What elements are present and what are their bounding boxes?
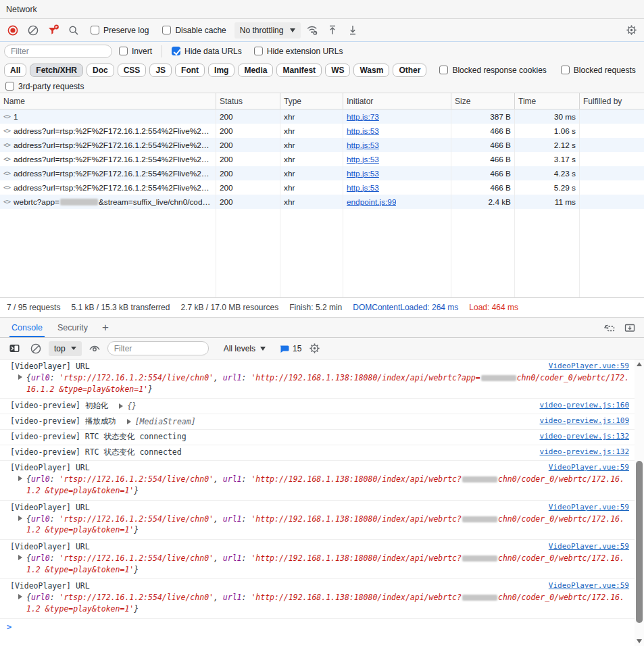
request-name-cell[interactable]: <>address?url=rtsp:%2F%2F172.16.1.2:554%… xyxy=(0,124,216,138)
column-header-time[interactable]: Time xyxy=(515,93,580,109)
export-har-button[interactable] xyxy=(344,22,362,39)
network-settings-button[interactable] xyxy=(622,22,640,39)
table-row[interactable]: <>address?url=rtsp:%2F%2F172.16.1.2:554%… xyxy=(0,138,644,152)
third-party-requests-checkbox[interactable]: 3rd-party requests xyxy=(5,82,84,91)
object-preview[interactable]: {url0: 'rtsp://172.16.1.2:554/live/chn0'… xyxy=(26,514,629,536)
initiator-link[interactable]: http.js:53 xyxy=(347,126,379,136)
console-settings-button[interactable] xyxy=(305,340,323,357)
request-name-cell[interactable]: <>1 xyxy=(0,109,216,124)
type-filter-other[interactable]: Other xyxy=(393,64,426,77)
source-link[interactable]: video-preview.js:109 xyxy=(532,416,629,425)
expand-triangle-icon[interactable] xyxy=(119,403,123,409)
column-header-status[interactable]: Status xyxy=(216,93,280,109)
search-button[interactable] xyxy=(65,22,82,39)
source-link[interactable]: VideoPlayer.vue:59 xyxy=(541,463,629,472)
request-name-cell[interactable]: <>address?url=rtsp:%2F%2F172.16.1.2:554%… xyxy=(0,138,216,152)
object-preview[interactable]: {} xyxy=(127,401,137,411)
request-name-cell[interactable]: <>address?url=rtsp:%2F%2F172.16.1.2:554%… xyxy=(0,166,216,180)
table-row[interactable]: <>webrtc?app=&stream=suffix_live/chn0/co… xyxy=(0,195,644,209)
panel-title[interactable]: Network xyxy=(6,5,37,14)
column-header-initiator[interactable]: Initiator xyxy=(343,93,451,109)
console-context-selector[interactable]: top xyxy=(49,341,82,356)
console-filter-input[interactable] xyxy=(107,341,209,355)
preserve-log-checkbox[interactable]: Preserve log xyxy=(91,26,149,35)
initiator-link[interactable]: endpoint.js:99 xyxy=(347,197,396,207)
table-row[interactable]: <>1200xhrhttp.js:73387 B30 ms xyxy=(0,109,644,124)
scrollbar-thumb[interactable] xyxy=(636,461,643,623)
expand-triangle-icon[interactable] xyxy=(18,374,22,380)
expand-triangle-icon[interactable] xyxy=(18,594,22,599)
import-har-button[interactable] xyxy=(324,22,341,39)
add-drawer-tab-button[interactable]: + xyxy=(97,321,114,334)
tab-security[interactable]: Security xyxy=(51,318,94,337)
record-button[interactable] xyxy=(4,22,22,39)
expand-triangle-icon[interactable] xyxy=(18,555,22,560)
type-filter-all[interactable]: All xyxy=(4,64,26,77)
type-filter-ws[interactable]: WS xyxy=(325,64,350,77)
blocked-requests-checkbox[interactable]: Blocked requests xyxy=(561,66,636,75)
table-row[interactable]: <>address?url=rtsp:%2F%2F172.16.1.2:554%… xyxy=(0,152,644,166)
network-filter-toggle-button[interactable] xyxy=(45,22,62,39)
source-link[interactable]: VideoPlayer.vue:59 xyxy=(541,542,629,551)
network-filter-input[interactable] xyxy=(4,45,112,58)
object-preview[interactable]: {url0: 'rtsp://172.16.1.2:554/live/chn0'… xyxy=(26,553,629,575)
column-header-fulfilled-by[interactable]: Fulfilled by xyxy=(580,93,644,109)
type-filter-media[interactable]: Media xyxy=(238,64,273,77)
type-filter-img[interactable]: Img xyxy=(208,64,234,77)
scrollbar-up-arrow[interactable] xyxy=(637,362,642,366)
type-filter-doc[interactable]: Doc xyxy=(86,64,114,77)
request-name-cell[interactable]: <>address?url=rtsp:%2F%2F172.16.1.2:554%… xyxy=(0,152,216,166)
source-link[interactable]: video-preview.js:160 xyxy=(532,401,629,409)
source-link[interactable]: video-preview.js:132 xyxy=(532,432,629,441)
source-link[interactable]: VideoPlayer.vue:59 xyxy=(541,581,629,590)
expand-triangle-icon[interactable] xyxy=(18,516,22,521)
expand-drawer-button[interactable] xyxy=(621,319,639,337)
column-header-name[interactable]: Name xyxy=(0,93,216,109)
log-levels-dropdown[interactable]: All levels xyxy=(224,344,266,353)
source-link[interactable]: video-preview.js:132 xyxy=(532,447,629,456)
type-filter-js[interactable]: JS xyxy=(149,64,172,77)
network-conditions-button[interactable] xyxy=(303,22,321,39)
initiator-link[interactable]: http.js:73 xyxy=(347,112,379,122)
scrollbar-down-arrow[interactable] xyxy=(637,639,642,643)
table-row[interactable]: <>address?url=rtsp:%2F%2F172.16.1.2:554%… xyxy=(0,124,644,138)
type-filter-wasm[interactable]: Wasm xyxy=(353,64,389,77)
disable-cache-checkbox[interactable]: Disable cache xyxy=(162,26,226,35)
object-preview[interactable]: [MediaStream] xyxy=(135,417,196,426)
clear-network-log-button[interactable] xyxy=(24,22,42,39)
hide-data-urls-checkbox[interactable]: Hide data URLs xyxy=(172,47,242,56)
console-prompt[interactable]: > xyxy=(0,619,635,635)
initiator-link[interactable]: http.js:53 xyxy=(347,155,379,164)
object-preview[interactable]: {url0: 'rtsp://172.16.1.2:554/live/chn0'… xyxy=(26,474,629,496)
throttling-dropdown[interactable]: No throttling xyxy=(234,22,301,39)
undock-drawer-button[interactable] xyxy=(601,319,618,337)
console-sidebar-button[interactable] xyxy=(5,340,23,357)
table-row[interactable]: <>address?url=rtsp:%2F%2F172.16.1.2:554%… xyxy=(0,180,644,195)
request-name-cell[interactable]: <>address?url=rtsp:%2F%2F172.16.1.2:554%… xyxy=(0,180,216,195)
table-row[interactable]: <>address?url=rtsp:%2F%2F172.16.1.2:554%… xyxy=(0,166,644,180)
hide-extension-urls-checkbox[interactable]: Hide extension URLs xyxy=(254,47,343,56)
source-link[interactable]: VideoPlayer.vue:59 xyxy=(541,503,629,512)
expand-triangle-icon[interactable] xyxy=(127,419,131,424)
object-preview[interactable]: {url0: 'rtsp://172.16.1.2:554/live/chn0'… xyxy=(26,592,629,614)
type-filter-fetch-xhr[interactable]: Fetch/XHR xyxy=(30,64,83,77)
initiator-link[interactable]: http.js:53 xyxy=(347,183,379,193)
initiator-link[interactable]: http.js:53 xyxy=(347,141,379,150)
column-header-type[interactable]: Type xyxy=(280,93,343,109)
column-header-size[interactable]: Size xyxy=(451,93,515,109)
tab-console[interactable]: Console xyxy=(5,318,49,337)
type-filter-manifest[interactable]: Manifest xyxy=(276,64,322,77)
blocked-response-cookies-checkbox[interactable]: Blocked response cookies xyxy=(439,66,546,75)
source-link[interactable]: VideoPlayer.vue:59 xyxy=(541,362,629,370)
initiator-link[interactable]: http.js:53 xyxy=(347,169,379,178)
console-message-count[interactable]: 15 xyxy=(279,344,301,353)
clear-console-button[interactable] xyxy=(27,340,45,357)
expand-triangle-icon[interactable] xyxy=(18,476,22,481)
console-scrollbar[interactable] xyxy=(635,359,644,646)
object-preview[interactable]: {url0: 'rtsp://172.16.1.2:554/live/chn0'… xyxy=(26,372,629,395)
type-filter-css[interactable]: CSS xyxy=(118,64,147,77)
request-name-cell[interactable]: <>webrtc?app=&stream=suffix_live/chn0/co… xyxy=(0,195,216,209)
create-live-expression-button[interactable] xyxy=(86,340,103,357)
invert-checkbox[interactable]: Invert xyxy=(119,47,152,56)
type-filter-font[interactable]: Font xyxy=(175,64,205,77)
